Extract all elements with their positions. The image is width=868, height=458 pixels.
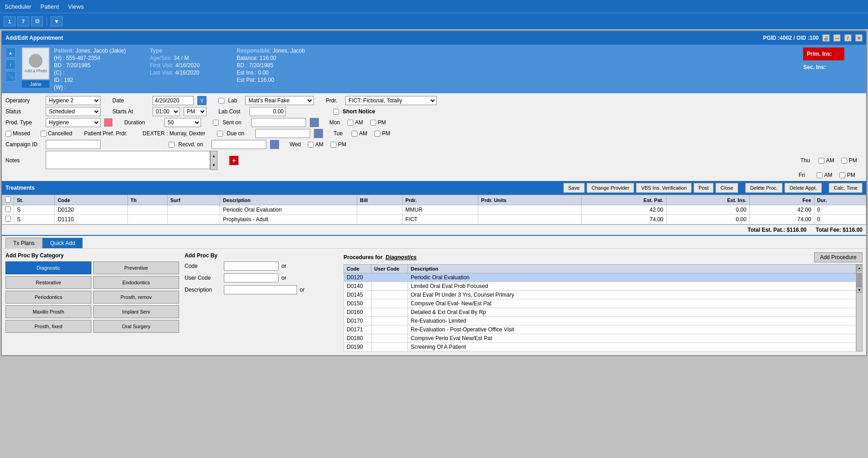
category-btn-oral-surgery[interactable]: Oral Surgery [93,320,179,333]
prim-ins-btn[interactable]: Prim. Ins: ➤ [803,48,844,60]
notes-add-btn[interactable]: + [229,156,238,165]
print-btn[interactable]: 🖨 [822,34,830,42]
thu-am-check[interactable] [818,158,825,164]
procedure-row[interactable]: D0145 Oral Eval Pt Under 3 Yrs, Counsel … [344,291,856,299]
tab-tx-plans[interactable]: Tx Plans [5,238,42,248]
post-btn[interactable]: Post [693,183,714,193]
starts-ampm-select[interactable]: PM AM [184,107,206,116]
toolbar-btn-1[interactable]: 1 [4,16,16,27]
toolbar-dropdown-btn[interactable]: ▼ [51,16,63,27]
status-select[interactable]: Scheduled Complete Missed [46,107,101,116]
treatment-row[interactable]: S D1110 Prophylaxis - Adult FICT 74.00 0… [2,215,866,224]
lab-checkbox[interactable] [218,98,224,104]
minimize-btn[interactable]: — [833,34,841,42]
due-on-input[interactable] [255,129,310,138]
category-btn-periodontics[interactable]: Periodontics [5,291,91,304]
missed-label[interactable]: Missed [5,130,30,137]
close-btn[interactable]: ✕ [855,34,863,42]
treatment-row[interactable]: S D0120 Periodic Oral Evaluation MMUR 42… [2,205,866,215]
fri-pm-check[interactable] [839,172,846,178]
scroll-down-btn[interactable]: ▼ [856,287,863,293]
delete-proc-btn[interactable]: Delete Proc. [745,183,783,193]
change-provider-btn[interactable]: Change Provider [587,183,635,193]
date-input[interactable] [153,96,194,105]
category-btn-restorative[interactable]: Restorative [5,276,91,289]
vbs-btn[interactable]: VBS Ins. Verification [636,183,692,193]
scroll-up-btn[interactable]: ▲ [856,265,863,271]
proc-desc: Detailed & Ext Oral Eval By Rp [408,308,856,317]
recvd-on-checkbox[interactable] [169,142,175,148]
procedure-row[interactable]: D0190 Screening Of A Patient [344,343,856,351]
starts-hour-select[interactable]: 01:00 [153,107,180,116]
wed-pm-check[interactable] [330,142,337,148]
due-on-checkbox[interactable] [217,131,223,137]
cancelled-label[interactable]: Cancelled [41,130,72,137]
fri-am-check[interactable] [816,172,823,178]
procedure-row[interactable]: D0140 Limited Oral Eval Prob Focused [344,282,856,291]
toolbar-btn-7[interactable]: 7 [17,16,29,27]
mon-am-check[interactable] [347,120,354,126]
procedures-section: Procedures for Diagnostics Add Procedure… [344,252,863,351]
menu-views[interactable]: Views [68,3,84,10]
row-check[interactable] [2,205,14,215]
tab-quick-add[interactable]: Quick Add [42,238,83,248]
category-btn-implant-serv[interactable]: Implant Serv [93,305,179,318]
category-btn-maxillo-prosth[interactable]: Maxillo Prosth [5,305,91,318]
sidebar-icon-info[interactable]: i [5,59,16,69]
toolbar-btn-grid[interactable]: ⊡ [31,16,43,27]
campaign-id-input[interactable] [46,140,101,149]
prdr-select[interactable]: FICT: Fictional, Totally [345,96,437,105]
procedures-scrollbar[interactable]: ▲ ▼ [856,264,863,351]
lab-select[interactable]: Matt's Real Fake [245,96,314,105]
tue-pm-check[interactable] [374,131,381,137]
sent-on-checkbox[interactable] [213,120,219,126]
proc-desc: Periodic Oral Evaluation [408,273,856,282]
notes-scroll-up[interactable]: ▲ [211,151,217,160]
menu-patient[interactable]: Patient [41,3,59,10]
add-procedure-btn[interactable]: Add Procedure [814,252,863,262]
user-code-input[interactable] [224,273,279,282]
procedure-row[interactable]: D0171 Re-Evaluation - Post-Operative Off… [344,325,856,334]
wed-am-check[interactable] [307,142,314,148]
tue-am-check[interactable] [351,131,358,137]
select-all-checkbox[interactable] [5,197,11,202]
date-v-btn[interactable]: V [197,96,206,105]
procedure-row[interactable]: D0170 Re-Evaluation- Limited [344,317,856,325]
thu-pm-check[interactable] [841,158,848,164]
notes-textarea[interactable] [46,151,210,169]
close-btn[interactable]: Close [715,183,738,193]
duration-select[interactable]: 50 [164,118,201,127]
desc-input[interactable] [224,285,297,294]
restore-btn[interactable]: / [844,34,852,42]
sent-on-input[interactable] [251,118,306,127]
title-bar-right: PGID :4002 / OID :100 🖨 — / ✕ [763,34,863,42]
lab-cost-input[interactable] [249,107,286,116]
operatory-select[interactable]: Hygiene 2 [46,96,101,105]
row-check[interactable] [2,215,14,224]
category-btn-prosth,-fixed[interactable]: Prosth, fixed [5,320,91,333]
short-notice-checkbox[interactable] [333,109,339,115]
sidebar-icon-clip[interactable]: 📎 [5,71,16,81]
procedure-row[interactable]: D0180 Compsve Perio Eval New/Est Pat [344,334,856,343]
cancelled-checkbox[interactable] [41,131,47,137]
notes-scroll-down[interactable]: ▼ [211,160,217,170]
procedure-row[interactable]: D0160 Detailed & Ext Oral Eval By Rp [344,308,856,317]
category-btn-diagnostic[interactable]: Diagnostic [5,261,91,274]
mon-pm-check[interactable] [370,120,377,126]
or-text-1: or [281,263,286,269]
procedure-row[interactable]: D0120 Periodic Oral Evaluation [344,273,856,282]
prod-type-select[interactable]: Hygiene [46,118,101,127]
menu-scheduler[interactable]: Scheduler [5,3,32,10]
code-input[interactable] [224,261,279,271]
recvd-on-input[interactable] [212,140,266,149]
short-notice-label: Short Notice [343,108,375,115]
procedure-row[interactable]: D0150 Compsve Oral Eval- New/Est Pat [344,299,856,308]
category-btn-endodontics[interactable]: Endodontics [93,276,179,289]
missed-checkbox[interactable] [5,131,11,137]
delete-appt-btn[interactable]: Delete Appt. [784,183,822,193]
calc-time-btn[interactable]: Calc. Time [829,183,863,193]
save-btn[interactable]: Save [563,183,585,193]
category-btn-preventive[interactable]: Preventive [93,261,179,274]
category-btn-prosth,-remov[interactable]: Prosth, remov [93,291,179,304]
sidebar-icon-up[interactable]: ▲ [5,48,16,58]
